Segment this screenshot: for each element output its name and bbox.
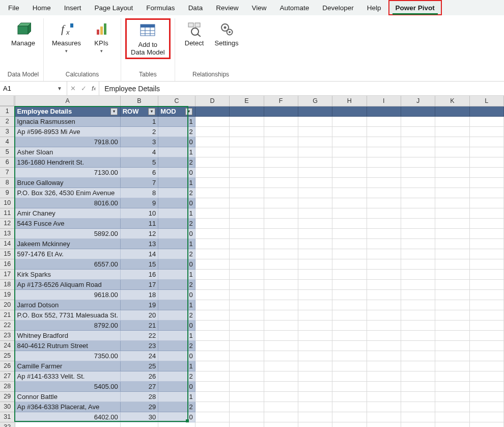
col-header-F[interactable]: F [264,96,298,106]
cell[interactable] [401,361,435,371]
cell[interactable]: 22 [120,330,158,340]
cell[interactable] [469,259,503,269]
cell[interactable]: 2 [158,279,195,289]
cell[interactable] [367,137,401,147]
cell[interactable] [435,228,469,238]
cell[interactable] [469,289,503,300]
row-header[interactable]: 4 [0,137,15,147]
cell[interactable] [469,269,503,279]
cell[interactable] [401,279,435,289]
cell[interactable] [469,188,503,198]
cell[interactable] [367,340,401,351]
menu-view[interactable]: View [245,0,272,15]
cell[interactable] [298,279,332,289]
cell[interactable] [401,126,435,137]
cell[interactable] [230,351,264,361]
cell[interactable] [298,300,332,310]
cell[interactable] [230,106,264,116]
cell[interactable] [332,157,367,167]
menu-page-layout[interactable]: Page Layout [89,0,139,15]
cell[interactable] [264,188,298,198]
cell[interactable] [264,249,298,259]
cell[interactable] [195,116,229,126]
cell[interactable] [264,412,298,422]
cell[interactable]: 30 [120,412,158,422]
cell[interactable] [264,310,298,320]
cell[interactable] [469,371,503,381]
cell[interactable]: 5405.00 [15,381,120,391]
cell[interactable] [469,300,503,310]
cell[interactable] [367,218,401,228]
cell[interactable]: 8792.00 [15,320,120,330]
cell[interactable] [367,310,401,320]
cell[interactable]: 0 [158,259,195,269]
cell[interactable]: 1 [158,208,195,218]
cell[interactable] [367,188,401,198]
cell[interactable]: 2 [158,218,195,228]
col-header-J[interactable]: J [401,96,435,106]
row-header[interactable]: 6 [0,157,15,167]
cell[interactable] [195,340,229,351]
formula-value[interactable]: Employee Details [99,82,504,95]
cell[interactable]: 6 [120,167,158,177]
cell[interactable] [367,208,401,218]
cell[interactable] [195,126,229,137]
cell[interactable] [264,361,298,371]
cell[interactable] [332,269,367,279]
cell[interactable]: 7918.00 [15,137,120,147]
cell[interactable] [332,371,367,381]
cell[interactable] [367,330,401,340]
cell[interactable] [332,381,367,391]
cell[interactable] [435,188,469,198]
row-header[interactable]: 26 [0,361,15,371]
cell[interactable] [367,289,401,300]
cell[interactable] [332,208,367,218]
cell[interactable]: Amir Chaney [15,208,120,218]
cell[interactable] [367,198,401,208]
cell[interactable] [435,269,469,279]
cell[interactable] [367,167,401,177]
cell[interactable] [230,238,264,249]
cell[interactable]: Bruce Galloway [15,177,120,188]
cell[interactable] [120,422,158,427]
col-header-K[interactable]: K [435,96,469,106]
cell[interactable]: 0 [158,289,195,300]
cell[interactable] [332,106,367,116]
cell[interactable] [401,422,435,427]
cell[interactable]: 11 [120,218,158,228]
cell[interactable] [367,402,401,412]
cell[interactable] [195,391,229,402]
cell[interactable]: 7350.00 [15,351,120,361]
cell[interactable] [435,249,469,259]
cell[interactable] [195,371,229,381]
table-header-cell[interactable]: Employee Details▾ [15,106,120,116]
cell[interactable] [298,289,332,300]
cell[interactable]: 3 [120,137,158,147]
col-header-E[interactable]: E [230,96,264,106]
menu-file[interactable]: File [2,0,25,15]
table-header-cell[interactable]: ROW▾ [120,106,158,116]
cell[interactable] [332,249,367,259]
cell[interactable]: 6402.00 [15,412,120,422]
cell[interactable] [264,126,298,137]
cell[interactable] [435,177,469,188]
cell[interactable]: 2 [158,310,195,320]
cell[interactable] [401,106,435,116]
menu-review[interactable]: Review [210,0,244,15]
cell[interactable]: 597-1476 Et Av. [15,249,120,259]
cell[interactable] [469,412,503,422]
cell[interactable] [435,106,469,116]
cell[interactable]: 136-1680 Hendrerit St. [15,157,120,167]
add-to-dm-button[interactable]: Add toData Model [125,18,170,59]
cell[interactable] [230,147,264,157]
col-header-C[interactable]: C [158,96,195,106]
cell[interactable] [469,137,503,147]
cell[interactable]: 2 [158,157,195,167]
cell[interactable] [435,259,469,269]
cell[interactable] [332,259,367,269]
cell[interactable] [230,218,264,228]
cell[interactable] [469,279,503,289]
cell[interactable] [435,412,469,422]
cell[interactable] [401,188,435,198]
detect-button[interactable]: Detect [179,18,210,48]
